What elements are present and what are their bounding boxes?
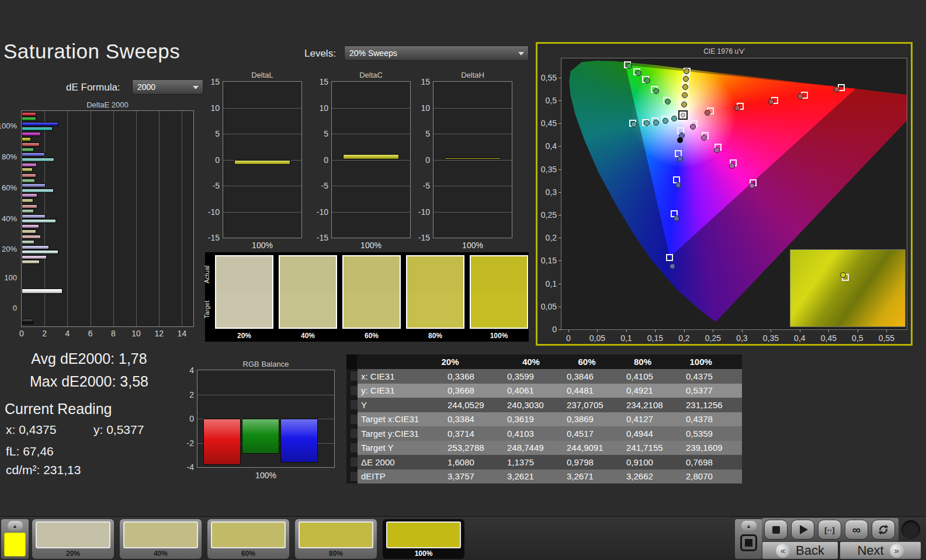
- table-cell: 0,3599: [504, 369, 563, 384]
- sweep-button-40%[interactable]: 40%: [120, 519, 202, 559]
- pattern-window-button[interactable]: [740, 534, 757, 551]
- de-formula-dropdown[interactable]: 2000: [132, 79, 203, 95]
- y-tick-label: -15: [409, 233, 430, 242]
- actual-axis-label: Actual: [203, 266, 210, 284]
- refresh-button[interactable]: [872, 520, 895, 540]
- measured-dot-green: [665, 99, 671, 105]
- measured-dot-cyan: [671, 116, 677, 121]
- x-tick-mark: [655, 329, 656, 332]
- table-cell: 237,0705: [563, 398, 623, 412]
- measured-dot-cyan: [631, 121, 637, 127]
- table-cell: 0,4127: [623, 412, 682, 427]
- x-tick-mark: [713, 329, 713, 332]
- bar: [22, 319, 33, 324]
- stop-button[interactable]: [764, 520, 788, 540]
- row-label: ΔE 2000: [358, 455, 444, 469]
- sweep-button-20%[interactable]: 20%: [32, 519, 114, 559]
- table-cell: 0,4105: [623, 369, 682, 384]
- white-point-circle: [681, 113, 685, 117]
- y-tick-mark: [559, 123, 561, 124]
- deltal-category-label: 100%: [223, 241, 302, 250]
- next-button[interactable]: Next »: [840, 541, 921, 559]
- bar: [22, 250, 58, 254]
- reading-fl: fL: 67,46: [6, 444, 54, 458]
- sweep-button-100%[interactable]: 100%: [383, 519, 464, 559]
- y-tick-mark: [559, 284, 561, 284]
- table-cell: 0,3846: [563, 369, 623, 384]
- y-tick-label: -15: [307, 233, 328, 242]
- table-header-cell: 20%: [438, 354, 519, 369]
- white-point-target: [678, 110, 688, 120]
- table-cell: 0,9100: [623, 455, 682, 469]
- measured-dot-yellow: [684, 68, 689, 74]
- x-tick-label: 0,55: [879, 333, 894, 343]
- measured-dot-magenta: [714, 147, 720, 153]
- back-button-label: Back: [796, 543, 824, 558]
- y-tick-label: 0,25: [536, 210, 557, 220]
- levels-label: Levels:: [304, 48, 336, 60]
- table-cell: 0,3714: [444, 426, 504, 441]
- bar: [22, 137, 31, 141]
- target-square-blue: [666, 254, 673, 261]
- measured-dot-green: [653, 88, 659, 94]
- loop-infinite-button[interactable]: ∞: [845, 520, 868, 540]
- measured-dot-magenta: [690, 124, 696, 130]
- group-label: 100: [0, 273, 17, 282]
- marker-button[interactable]: [··]: [818, 520, 841, 540]
- bar: [22, 204, 37, 208]
- gridline: [433, 108, 512, 109]
- back-button[interactable]: « Back: [762, 541, 838, 559]
- marker-icon: [··]: [824, 526, 834, 534]
- x-tick-label: 0,45: [821, 333, 837, 343]
- actual-target-swatch-strip: Actual Target 20%40%60%80%100%: [205, 252, 529, 342]
- sweep-button-60%[interactable]: 60%: [207, 519, 289, 559]
- bar: [22, 199, 33, 203]
- deltal-chart-title: DeltaL: [223, 71, 302, 79]
- chevron-left-icon: «: [776, 544, 790, 558]
- gridline: [197, 395, 334, 395]
- table-cell: 0,4944: [623, 426, 682, 441]
- x-tick-label: 0,5: [852, 333, 863, 343]
- gridline: [223, 186, 301, 186]
- y-tick-label: 15: [307, 77, 328, 86]
- table-row: Target x:CIE310,33840,36190,38690,41270,…: [346, 412, 742, 427]
- row-handle: [346, 441, 358, 455]
- y-tick-label: 0,45: [536, 119, 557, 128]
- table-cell: 253,2788: [444, 441, 504, 455]
- play-button[interactable]: [791, 520, 814, 540]
- deltal-chart: 151050-5-10-15: [223, 81, 302, 238]
- y-tick-mark: [559, 307, 561, 307]
- measured-dot-green: [644, 78, 650, 84]
- table-cell: 0,4378: [682, 412, 742, 427]
- gridline: [67, 111, 68, 326]
- sweep-swatch: [386, 521, 461, 548]
- table-cell: 0,3869: [563, 412, 623, 427]
- y-tick-mark: [559, 329, 561, 330]
- y-tick-label: -4: [173, 462, 194, 472]
- sweep-button-80%[interactable]: 80%: [295, 519, 377, 559]
- table-row: y: CIE310,36680,40610,44810,49210,5377: [346, 384, 742, 398]
- swatch-20%: [215, 255, 273, 329]
- de-formula-value: 2000: [137, 82, 155, 92]
- table-header-cell: 80%: [630, 354, 686, 369]
- levels-dropdown[interactable]: 20% Sweeps: [344, 46, 529, 61]
- x-tick-label: 2: [42, 329, 47, 338]
- bar: [22, 183, 46, 187]
- gridline: [223, 134, 301, 134]
- group-label: 20%: [0, 245, 17, 253]
- expand-up-button[interactable]: ▲: [741, 521, 757, 531]
- row-handle: [346, 369, 358, 384]
- y-tick-label: 10: [409, 103, 430, 113]
- bar: [22, 189, 54, 193]
- rgb-balance-chart: 420-2-4: [197, 370, 335, 468]
- max-de2000: Max dE2000: 3,58: [0, 373, 178, 390]
- y-tick-label: -10: [307, 207, 328, 217]
- x-tick-label: 0,25: [705, 333, 721, 343]
- expand-up-button[interactable]: ▲: [8, 521, 23, 531]
- up-arrow-icon: ▲: [12, 523, 18, 529]
- measured-dot-green: [626, 63, 632, 69]
- measured-dot-magenta: [749, 183, 755, 189]
- bar: [234, 160, 290, 165]
- x-tick-mark: [742, 329, 743, 332]
- y-tick-label: 10: [199, 103, 220, 113]
